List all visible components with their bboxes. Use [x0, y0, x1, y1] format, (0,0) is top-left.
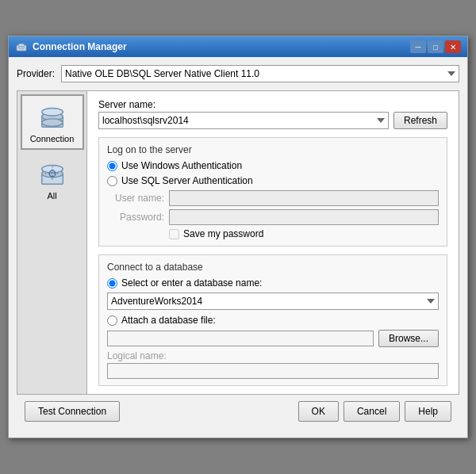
password-wrapper [169, 209, 439, 225]
help-button[interactable]: Help [405, 401, 451, 422]
sidebar: Connection All [17, 91, 87, 394]
database-icon [37, 101, 67, 132]
save-password-label: Save my password [183, 228, 263, 239]
provider-label: Provider: [17, 68, 55, 79]
logon-section-title: Log on to the server [107, 144, 439, 155]
username-input[interactable] [169, 190, 439, 206]
sql-auth-radio[interactable] [107, 176, 117, 186]
provider-select[interactable]: Native OLE DB\SQL Server Native Client 1… [61, 65, 459, 82]
sidebar-item-connection[interactable]: Connection [21, 94, 84, 150]
connection-manager-window: Connection Manager ─ □ ✕ Provider: Nativ… [8, 36, 468, 438]
attach-file-row: Browse... [107, 330, 439, 347]
password-input[interactable] [169, 209, 439, 225]
window-controls: ─ □ ✕ [410, 40, 461, 53]
window-title: Connection Manager [33, 41, 127, 52]
logon-section: Log on to the server Use Windows Authent… [98, 137, 447, 247]
refresh-button[interactable]: Refresh [393, 112, 447, 129]
ok-button[interactable]: OK [298, 401, 339, 422]
sql-auth-row: Use SQL Server Authentication [107, 175, 439, 186]
dialog-buttons: OK Cancel Help [298, 401, 451, 422]
logical-name-label: Logical name: [107, 350, 439, 361]
close-button[interactable]: ✕ [445, 40, 461, 53]
attach-db-label: Attach a database file: [121, 315, 216, 326]
windows-auth-label: Use Windows Authentication [121, 160, 242, 171]
db-section: Connect to a database Select or enter a … [98, 254, 447, 386]
db-section-title: Connect to a database [107, 262, 439, 273]
test-connection-button[interactable]: Test Connection [25, 401, 120, 422]
server-name-combo[interactable]: localhost\sqlsrv2014 [98, 112, 389, 129]
svg-point-2 [18, 46, 25, 49]
select-db-row: Select or enter a database name: [107, 277, 439, 289]
window-content: Provider: Native OLE DB\SQL Server Nativ… [9, 57, 467, 438]
attach-db-row: Attach a database file: [107, 315, 439, 326]
window-icon [15, 40, 28, 53]
password-label: Password: [107, 212, 169, 223]
sql-auth-label: Use SQL Server Authentication [121, 175, 253, 186]
server-name-label: Server name: [98, 99, 447, 110]
logical-name-input[interactable] [107, 363, 439, 379]
password-row: Password: [107, 209, 439, 225]
select-db-radio[interactable] [107, 278, 117, 289]
provider-row: Provider: Native OLE DB\SQL Server Nativ… [17, 65, 459, 82]
database-combo[interactable]: AdventureWorks2014 [107, 292, 439, 310]
attach-db-radio[interactable] [107, 315, 117, 326]
form-area: Server name: localhost\sqlsrv2014 Refres… [87, 91, 459, 394]
connection-icon [36, 101, 68, 132]
username-wrapper [169, 190, 439, 206]
windows-auth-radio[interactable] [107, 161, 117, 171]
settings-icon [37, 159, 67, 189]
sidebar-item-all[interactable]: All [21, 151, 84, 207]
server-name-row: localhost\sqlsrv2014 Refresh [98, 112, 447, 129]
username-row: User name: [107, 190, 439, 206]
select-db-label: Select or enter a database name: [121, 277, 262, 289]
maximize-button[interactable]: □ [428, 40, 443, 53]
attach-file-input[interactable] [107, 331, 374, 346]
svg-point-6 [41, 119, 63, 127]
sidebar-connection-label: Connection [30, 134, 75, 143]
username-label: User name: [107, 193, 169, 204]
browse-button[interactable]: Browse... [378, 330, 439, 347]
windows-auth-row: Use Windows Authentication [107, 160, 439, 171]
minimize-button[interactable]: ─ [410, 40, 426, 53]
bottom-bar: Test Connection OK Cancel Help [17, 395, 459, 430]
all-icon [36, 158, 68, 189]
cancel-button[interactable]: Cancel [344, 401, 400, 422]
title-bar-left: Connection Manager [15, 40, 127, 53]
title-bar: Connection Manager ─ □ ✕ [9, 36, 467, 57]
save-password-checkbox[interactable] [169, 229, 179, 239]
main-area: Connection All [17, 90, 459, 395]
sidebar-all-label: All [47, 191, 56, 201]
save-password-row: Save my password [107, 228, 439, 239]
svg-point-5 [41, 109, 63, 117]
